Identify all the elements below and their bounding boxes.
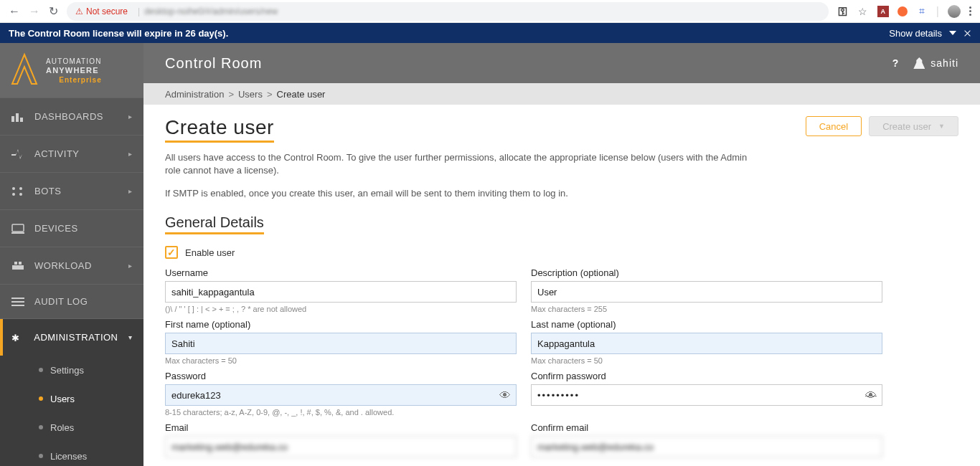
chevron-down-icon: [949, 31, 956, 35]
description-field: Description (optional) Max characters = …: [531, 267, 882, 313]
address-bar[interactable]: ⚠ Not secure | desktop-noihe0/#/admin/us…: [67, 2, 829, 21]
svg-rect-9: [11, 232, 24, 234]
close-icon[interactable]: [963, 29, 971, 37]
chevron-down-icon: ▾: [128, 333, 133, 341]
firstname-label: First name (optional): [165, 319, 517, 330]
breadcrumb-users[interactable]: Users: [238, 89, 263, 100]
back-icon[interactable]: ←: [9, 5, 20, 18]
sidebar-item-workload[interactable]: WORKLOAD ▸: [0, 247, 143, 284]
sidebar-item-auditlog[interactable]: AUDIT LOG: [0, 284, 143, 318]
svg-rect-8: [12, 224, 24, 232]
svg-rect-1: [16, 113, 19, 122]
postman-ext-icon[interactable]: [897, 6, 908, 16]
breadcrumb: Administration > Users > Create user: [143, 83, 980, 105]
brand-line-1: AUTOMATION: [46, 57, 102, 66]
description-input[interactable]: [531, 281, 882, 303]
enable-user-checkbox[interactable]: ✓: [165, 246, 178, 259]
intro-text-1: All users have access to the Control Roo…: [165, 151, 753, 177]
license-banner: The Control Room license will expire in …: [0, 23, 980, 43]
app-title: Control Room: [165, 55, 262, 72]
security-warning: ⚠ Not secure: [75, 6, 128, 16]
show-details-label: Show details: [889, 28, 942, 39]
page-body: Create user Cancel Create user ▼ All use…: [143, 105, 980, 466]
confirm-email-input[interactable]: [531, 436, 882, 457]
subnav-users[interactable]: Users: [0, 384, 143, 413]
section-heading: General Details: [165, 214, 264, 234]
subnav-label: Users: [50, 394, 75, 404]
chevron-right-icon: ▸: [128, 113, 133, 120]
confirm-email-label: Confirm email: [531, 422, 882, 433]
profile-avatar[interactable]: [948, 5, 961, 18]
lastname-input[interactable]: [531, 333, 882, 354]
create-user-button-label: Create user: [882, 121, 931, 132]
show-details-button[interactable]: Show details: [889, 28, 971, 39]
confirm-email-field: Confirm email: [531, 422, 882, 457]
sidebar-item-label: ADMINISTRATION: [34, 332, 118, 343]
brand-logo: AUTOMATION ANYWHERE Enterprise: [0, 43, 143, 98]
subnav-settings[interactable]: Settings: [0, 356, 143, 384]
subnav-label: Roles: [50, 422, 74, 433]
password-input[interactable]: [165, 384, 517, 406]
firstname-input[interactable]: [165, 333, 517, 354]
username-input[interactable]: [165, 281, 517, 303]
sidebar-item-label: AUDIT LOG: [34, 296, 88, 307]
subnav-licenses[interactable]: Licenses: [0, 442, 143, 466]
sidebar-item-administration[interactable]: ✱ ADMINISTRATION ▾: [0, 318, 143, 356]
firstname-hint: Max characters = 50: [165, 356, 517, 365]
breadcrumb-current: Create user: [277, 89, 326, 100]
crop-ext-icon[interactable]: ⌗: [916, 6, 928, 17]
browser-menu-icon[interactable]: [969, 6, 971, 16]
dashboards-icon: [11, 112, 24, 122]
help-icon[interactable]: ?: [892, 57, 900, 69]
sidebar-item-bots[interactable]: BOTS ▸: [0, 172, 143, 209]
confirm-password-label: Confirm password: [531, 371, 882, 381]
chevron-right-icon: ▸: [128, 150, 133, 158]
cancel-button[interactable]: Cancel: [806, 116, 862, 136]
reload-icon[interactable]: ↻: [49, 4, 58, 18]
subnav-label: Licenses: [50, 451, 87, 462]
breadcrumb-administration[interactable]: Administration: [165, 89, 224, 100]
svg-marker-3: [11, 149, 24, 159]
create-user-button[interactable]: Create user ▼: [869, 116, 958, 136]
key-icon[interactable]: ⚿: [837, 6, 849, 17]
star-icon[interactable]: ☆: [857, 6, 869, 17]
svg-point-5: [19, 187, 22, 190]
sidebar-item-label: WORKLOAD: [34, 260, 92, 271]
confirm-password-field: Confirm password 👁: [531, 371, 882, 417]
sidebar-item-dashboards[interactable]: DASHBOARDS ▸: [0, 98, 143, 135]
email-input[interactable]: [165, 436, 517, 457]
browser-extension-area: ⚿ ☆ A ⌗ |: [837, 5, 971, 18]
lastname-label: Last name (optional): [531, 319, 882, 330]
not-secure-label: Not secure: [86, 6, 128, 16]
auditlog-icon: [11, 297, 24, 307]
brand-line-2: ANYWHERE: [46, 66, 102, 75]
sidebar-item-activity[interactable]: ACTIVITY ▸: [0, 135, 143, 172]
svg-rect-12: [19, 262, 22, 265]
page-title: Create user: [165, 116, 274, 143]
intro-text-2: If SMTP is enabled, once you create this…: [165, 187, 753, 200]
license-banner-text: The Control Room license will expire in …: [9, 28, 228, 39]
devices-icon: [11, 224, 24, 234]
subnav-roles[interactable]: Roles: [0, 413, 143, 442]
username-hint: ()\ / " ' [ ] : | < > + = ; , ? * are no…: [165, 305, 517, 313]
svg-point-7: [19, 193, 22, 196]
eye-icon[interactable]: 👁: [499, 389, 511, 402]
bots-icon: [11, 186, 24, 196]
forward-icon[interactable]: →: [29, 5, 40, 18]
username-label: Username: [165, 267, 517, 278]
user-menu[interactable]: sahiti: [913, 57, 958, 69]
svg-rect-14: [11, 301, 24, 303]
confirm-password-input[interactable]: [531, 384, 882, 406]
eye-off-icon[interactable]: 👁: [865, 389, 877, 402]
email-label: Email: [165, 422, 517, 433]
password-field: Password 👁 8-15 characters; a-z, A-Z, 0-…: [165, 371, 517, 417]
sidebar: AUTOMATION ANYWHERE Enterprise DASHBOARD…: [0, 43, 143, 466]
administration-subnav: Settings Users Roles Licenses: [0, 356, 143, 466]
sidebar-item-label: DASHBOARDS: [34, 111, 103, 122]
firstname-field: First name (optional) Max characters = 5…: [165, 319, 517, 365]
sidebar-item-devices[interactable]: DEVICES: [0, 209, 143, 247]
activity-icon: [11, 149, 24, 159]
svg-rect-10: [12, 265, 24, 270]
username-label: sahiti: [930, 57, 958, 69]
pdf-ext-icon[interactable]: A: [877, 6, 889, 17]
